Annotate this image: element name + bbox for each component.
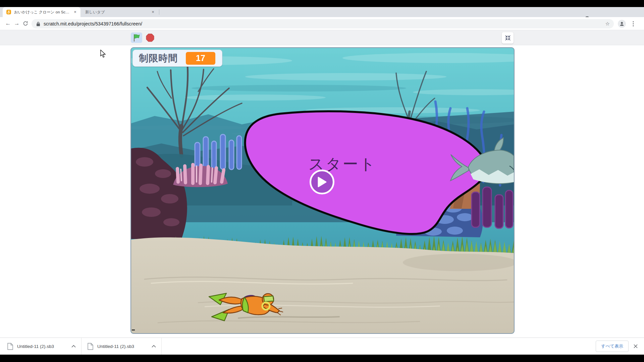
tab-new-tab[interactable]: 新しいタブ × [82, 7, 158, 17]
mouse-cursor [100, 50, 106, 58]
bottom-letterbox [0, 355, 644, 362]
chevron-up-icon[interactable] [152, 345, 156, 348]
download-filename: Untitled-11 (2).sb3 [97, 344, 134, 349]
file-icon [88, 343, 93, 350]
profile-avatar[interactable] [618, 20, 626, 28]
top-letterbox [0, 0, 644, 7]
variable-monitor: 制限時間 17 [132, 50, 222, 67]
back-button[interactable]: ← [3, 19, 13, 28]
download-filename: Untitled-11 (2).sb3 [17, 344, 54, 349]
fullscreen-exit-button[interactable] [502, 32, 514, 44]
scratch-favicon [6, 9, 11, 15]
show-all-downloads-button[interactable]: すべて表示 [596, 341, 629, 352]
tab-close-icon[interactable]: × [150, 9, 156, 15]
tab-close-icon[interactable]: × [72, 9, 78, 15]
downloads-close-icon[interactable] [633, 344, 638, 349]
menu-dots-icon[interactable] [629, 20, 637, 28]
green-flag-button[interactable] [131, 33, 142, 43]
sand-shadow [403, 254, 514, 271]
sand [131, 237, 514, 333]
tab-scratch-project[interactable]: おいかけっこ クローン on Scratch × [3, 7, 80, 17]
file-icon [7, 343, 13, 350]
scratch-stage[interactable]: 制限時間 17 スタート [130, 47, 515, 334]
refresh-button[interactable] [21, 19, 30, 28]
downloads-separator [161, 338, 162, 355]
tab-title: おいかけっこ クローン on Scratch [14, 10, 70, 15]
downloads-bar: Untitled-11 (2).sb3 Untitled-11 (2).sb3 … [0, 338, 644, 355]
stage-corner-mark [132, 329, 135, 330]
forward-button[interactable]: → [12, 19, 21, 28]
stop-button[interactable] [146, 34, 154, 42]
play-button[interactable] [310, 170, 334, 194]
address-bar[interactable]: scratch.mit.edu/projects/534397166/fulls… [32, 19, 614, 28]
play-icon [317, 176, 327, 188]
scratch-control-bar [0, 30, 644, 45]
monitor-label: 制限時間 [139, 52, 178, 65]
chevron-up-icon[interactable] [71, 345, 76, 348]
bookmark-star-icon[interactable]: ☆ [605, 21, 610, 27]
download-item[interactable]: Untitled-11 (2).sb3 [82, 338, 161, 355]
browser-tab-strip: おいかけっこ クローン on Scratch × 新しいタブ × + [0, 7, 644, 17]
url-text: scratch.mit.edu/projects/534397166/fulls… [44, 21, 142, 26]
tab-title: 新しいタブ [85, 10, 148, 15]
tab-divider [159, 9, 159, 15]
monitor-value: 17 [186, 52, 215, 65]
download-item[interactable]: Untitled-11 (2).sb3 [0, 338, 81, 355]
lock-icon[interactable] [36, 21, 40, 26]
